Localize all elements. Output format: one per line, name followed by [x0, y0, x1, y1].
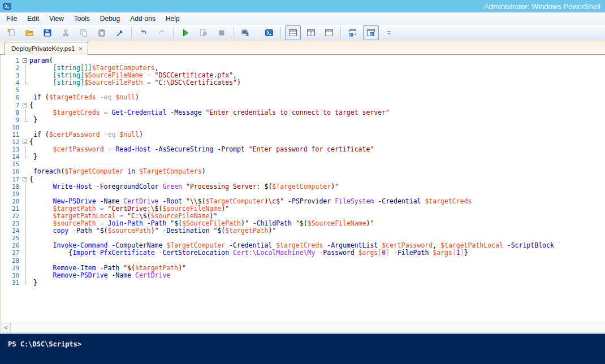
stop-square-icon: [217, 28, 226, 37]
undo-button[interactable]: [136, 25, 152, 40]
start-powershell-exe-button[interactable]: [261, 25, 277, 40]
line-number: 25: [1, 235, 22, 242]
line-number: 19: [1, 190, 22, 198]
new-powershell-tab-button[interactable]: [345, 25, 361, 40]
toolbar-overflow-button[interactable]: [381, 25, 397, 40]
line-number: 28: [1, 257, 22, 265]
fold-margin: [22, 146, 29, 153]
ps-window-icon: [348, 28, 357, 37]
tab-close-icon[interactable]: ×: [79, 46, 82, 51]
menu-help[interactable]: Help: [161, 14, 185, 24]
menu-view[interactable]: View: [44, 14, 69, 24]
code-line-27[interactable]: 27 {Import-PfxCertificate -CertStoreLoca…: [1, 249, 605, 257]
fold-margin: [22, 198, 29, 205]
cut-scissors-icon: [61, 28, 70, 37]
fold-margin: [22, 64, 29, 72]
line-number: 14: [1, 153, 22, 161]
fold-margin: [22, 79, 29, 86]
scrollbar-track[interactable]: [11, 323, 605, 332]
run-play-icon: [181, 28, 190, 37]
line-number: 30: [1, 272, 22, 279]
scroll-left-arrow-icon[interactable]: <: [1, 323, 11, 332]
code-text: if ($targetCreds -eq $null): [29, 94, 139, 101]
line-number: 21: [1, 205, 22, 213]
code-line-30[interactable]: 30 Remove-PSDrive -Name CertDrive: [1, 272, 605, 279]
new-remote-powershell-tab-button[interactable]: [237, 25, 253, 40]
new-script-button[interactable]: [3, 25, 19, 40]
code-text: $targetCreds = Get-Credential -Message "…: [29, 109, 390, 116]
menu-tools[interactable]: Tools: [69, 14, 95, 24]
menu-edit[interactable]: Edit: [22, 14, 44, 24]
fold-margin: [22, 227, 29, 235]
open-folder-icon: [25, 28, 34, 37]
fold-margin: [22, 190, 29, 198]
line-number: 3: [1, 72, 22, 79]
undo-arrow-icon: [139, 28, 148, 37]
script-editor-pane[interactable]: 1param(2 [string[]]$TargetComputers,3 [s…: [0, 55, 605, 323]
console-pane[interactable]: PS C:\DSC\Scripts>: [0, 333, 605, 364]
code-text: Write-Host -ForegroundColor Green "Proce…: [29, 183, 339, 190]
line-number: 7: [1, 102, 22, 109]
fold-collapse-icon[interactable]: [22, 102, 29, 109]
code-line-6[interactable]: 6 if ($targetCreds -eq $null): [1, 94, 605, 101]
line-number: 23: [1, 220, 22, 227]
overflow-chevron-icon: [384, 28, 394, 37]
code-line-18[interactable]: 18 Write-Host -ForegroundColor Green "Pr…: [1, 183, 605, 190]
code-text: }: [29, 116, 37, 124]
menu-file[interactable]: File: [1, 14, 22, 24]
fold-margin: [22, 205, 29, 213]
code-line-4[interactable]: 4 [string]$SourceFilePath = "C:\DSC\Cert…: [1, 79, 605, 86]
stop-operation-button[interactable]: [214, 25, 230, 40]
save-script-button[interactable]: [40, 25, 55, 40]
redo-arrow-icon: [157, 28, 166, 37]
code-line-16[interactable]: 16 foreach($TargetComputer in $TargetCom…: [1, 168, 605, 175]
show-script-pane-right-button[interactable]: [303, 25, 319, 40]
line-number: 13: [1, 146, 22, 153]
line-number: 9: [1, 116, 22, 124]
fold-margin: [22, 249, 29, 257]
code-line-24[interactable]: 24 copy -Path "$($sourcePath)" -Destinat…: [1, 227, 605, 235]
fold-margin: [22, 257, 29, 265]
clear-console-pane-button[interactable]: [112, 25, 128, 40]
open-script-button[interactable]: [21, 25, 37, 40]
line-number: 2: [1, 64, 22, 72]
code-line-13[interactable]: 13 $certPassword = Read-Host -AsSecureSt…: [1, 146, 605, 153]
code-line-9[interactable]: 9 }: [1, 116, 605, 124]
show-script-pane-maximized-button[interactable]: [321, 25, 337, 40]
fold-collapse-icon[interactable]: [22, 176, 29, 183]
clear-broom-icon: [115, 28, 124, 37]
line-number: 22: [1, 213, 22, 220]
cut-button[interactable]: [58, 25, 74, 40]
line-number: 27: [1, 249, 22, 257]
menu-add-ons[interactable]: Add-ons: [125, 14, 161, 24]
paste-button[interactable]: [94, 25, 110, 40]
script-pane-toggle-button[interactable]: [363, 25, 379, 40]
code-text: }: [29, 153, 37, 161]
code-line-31[interactable]: 31 }: [1, 279, 605, 287]
copy-button[interactable]: [76, 25, 92, 40]
tab-label: DeployPrivateKey.ps1: [11, 45, 75, 52]
horizontal-scrollbar[interactable]: <: [0, 323, 605, 332]
redo-button[interactable]: [154, 25, 170, 40]
run-script-button[interactable]: [178, 25, 193, 40]
line-number: 16: [1, 168, 22, 175]
new-script-icon: [7, 28, 16, 37]
show-script-pane-top-button[interactable]: [285, 25, 301, 40]
layout-right-icon: [306, 28, 316, 37]
code-line-11[interactable]: 11 if ($certPassword -eq $null): [1, 131, 605, 138]
fold-margin: [22, 72, 29, 79]
menu-debug[interactable]: Debug: [95, 14, 125, 24]
toolbar-separator: [280, 27, 282, 38]
code-text: }: [29, 279, 37, 287]
fold-margin: [22, 220, 29, 227]
code-text: if ($certPassword -eq $null): [29, 131, 143, 138]
fold-margin: [22, 168, 29, 175]
layout-maximized-icon: [325, 28, 334, 37]
fold-collapse-icon[interactable]: [22, 138, 29, 146]
run-selection-button[interactable]: [196, 25, 211, 40]
tab-deployprivatekey-ps1[interactable]: DeployPrivateKey.ps1 ×: [5, 42, 88, 55]
fold-collapse-icon[interactable]: [22, 57, 29, 64]
code-line-14[interactable]: 14 }: [1, 153, 605, 161]
code-text: foreach($TargetComputer in $TargetComput…: [29, 168, 206, 175]
code-line-8[interactable]: 8 $targetCreds = Get-Credential -Message…: [1, 109, 605, 116]
